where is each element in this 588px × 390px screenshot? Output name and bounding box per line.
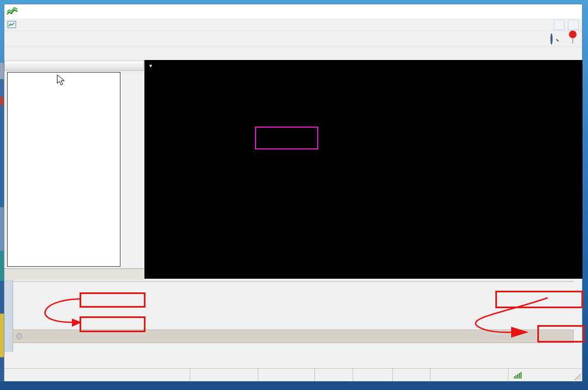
- notification-count-badge: [569, 31, 577, 38]
- resize-grip[interactable]: [574, 374, 581, 380]
- app-logo-icon: [7, 7, 19, 16]
- tick-chart-canvas: [8, 73, 120, 266]
- chart-canvas: [144, 60, 583, 279]
- metatrader-window: ▼: [0, 0, 588, 390]
- line-studies-toolbar: [4, 47, 582, 61]
- maximize-button[interactable]: [529, 4, 553, 19]
- mouse-cursor: [57, 74, 65, 86]
- child-restore-button[interactable]: [554, 20, 565, 30]
- account-summary-row: [13, 329, 574, 343]
- title-bar: [4, 4, 582, 19]
- connection-status-icon: [514, 372, 522, 379]
- menu-bar: [4, 19, 582, 31]
- search-icon[interactable]: [550, 34, 553, 44]
- close-button[interactable]: [553, 4, 577, 19]
- status-profile[interactable]: [190, 369, 258, 381]
- chart-ohlc-header: ▼: [148, 62, 160, 69]
- chevron-down-icon[interactable]: ▼: [148, 63, 153, 69]
- child-close-button[interactable]: [568, 20, 579, 30]
- status-bar: [4, 368, 582, 381]
- summary-status-icon: [16, 333, 22, 339]
- standard-toolbar: [4, 31, 582, 47]
- terminal-panel: [4, 280, 582, 352]
- annotation-price-label[interactable]: [255, 127, 318, 149]
- notification-balloon-icon: [572, 33, 573, 44]
- market-watch-tabs: [4, 268, 144, 280]
- minimize-button[interactable]: [505, 4, 529, 19]
- chart-window-icon: [7, 21, 17, 29]
- status-help-text: [4, 369, 190, 381]
- notifications-button[interactable]: [572, 34, 573, 44]
- market-watch-header[interactable]: [4, 61, 144, 71]
- account-history-table: [13, 281, 574, 282]
- terminal-side-strip: [4, 280, 13, 352]
- market-watch-panel: [4, 61, 144, 279]
